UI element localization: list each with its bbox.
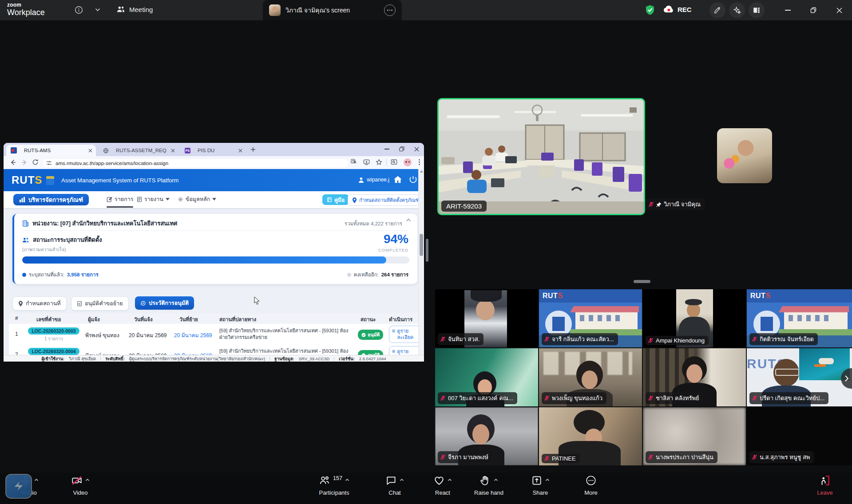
chevron-up-icon[interactable] bbox=[400, 478, 404, 482]
address-bar[interactable]: ams.rmutsv.ac.th/app-service/ams/locatio… bbox=[42, 158, 349, 168]
tab-close-icon[interactable] bbox=[88, 149, 92, 153]
site-settings-icon[interactable] bbox=[46, 160, 52, 166]
tab-meeting[interactable]: Meeting bbox=[116, 5, 153, 13]
leave-label: Leave bbox=[817, 489, 832, 496]
manual-button[interactable]: คู่มือ bbox=[322, 194, 349, 205]
participant-tile[interactable]: จันทิมา สวส. bbox=[435, 289, 538, 347]
view-layout-icon[interactable] bbox=[749, 2, 765, 18]
nav-tab-master-data[interactable]: ข้อมูลหลัก bbox=[178, 195, 216, 204]
participant-tile[interactable]: RUTS ปรีดา เกิดสุข คณะวิทย์ป... bbox=[747, 348, 852, 406]
gallery-resize-handle[interactable] bbox=[634, 280, 650, 283]
security-shield-icon[interactable] bbox=[645, 4, 655, 16]
module-button[interactable]: บริหารจัดการครุภัณฑ์ bbox=[13, 194, 89, 205]
active-speaker-tile[interactable]: ARIT-59203 bbox=[437, 98, 645, 215]
home-icon[interactable] bbox=[393, 175, 403, 185]
chevron-up-icon[interactable] bbox=[448, 478, 452, 482]
browser-restore-button[interactable] bbox=[399, 146, 404, 152]
side-panel-search-icon[interactable] bbox=[391, 159, 397, 165]
collapse-chevron-icon[interactable] bbox=[406, 218, 411, 222]
pis-favicon: PS bbox=[185, 148, 190, 154]
tab-close-icon[interactable] bbox=[238, 149, 242, 153]
participant-tile[interactable]: ชาลิสา คลังทรัพย์ bbox=[643, 348, 746, 406]
share-button[interactable]: Share bbox=[521, 475, 560, 496]
participant-tile[interactable]: Ampai Khiendoung bbox=[643, 289, 746, 347]
participants-button[interactable]: 157 Participants bbox=[306, 475, 362, 496]
ruts-favicon bbox=[11, 147, 17, 154]
participant-name-label: พวงเพ็ญ ขุนทองแก้ว bbox=[542, 392, 606, 404]
chevron-up-icon[interactable] bbox=[345, 478, 349, 482]
participant-tile[interactable]: จีรภา มานพพงษ์ bbox=[435, 407, 538, 465]
annotate-pencil-icon[interactable] bbox=[709, 2, 725, 18]
bookmark-star-icon[interactable] bbox=[376, 159, 382, 165]
move-date: 20 มีนาคม 2569 bbox=[174, 331, 212, 339]
forward-icon[interactable] bbox=[21, 159, 28, 166]
nav-tab-report[interactable]: รายงาน bbox=[137, 195, 170, 204]
request-number-badge[interactable]: LOC-20260320-0003 bbox=[28, 327, 79, 335]
participant-avatar bbox=[717, 128, 772, 183]
participant-tile[interactable]: นางพรประภา ปานสีนุ่น bbox=[643, 407, 746, 465]
chevron-right-icon bbox=[844, 375, 849, 382]
reload-icon[interactable] bbox=[32, 159, 39, 165]
table-row[interactable]: 1 LOC-20260320-0003 1 รายการ พีรพงษ์ ขุน… bbox=[9, 324, 419, 345]
muted-mic-icon bbox=[544, 336, 550, 342]
scrollbar-thumb[interactable] bbox=[420, 234, 423, 256]
heart-react-icon bbox=[433, 475, 445, 486]
browser-minimize-button[interactable] bbox=[384, 149, 389, 150]
participant-tile[interactable]: PATINEE bbox=[539, 407, 642, 465]
page-scrollbar[interactable] bbox=[418, 169, 424, 362]
more-button[interactable]: More bbox=[571, 475, 610, 496]
chevron-up-icon[interactable] bbox=[494, 478, 498, 482]
chevron-up-icon[interactable] bbox=[34, 478, 39, 482]
browser-tab-assetm-req[interactable]: RUTS-ASSETM_REQ bbox=[99, 145, 178, 156]
recording-indicator[interactable]: REC bbox=[663, 5, 692, 14]
set-location-button[interactable]: กำหนดสถานที่ bbox=[12, 296, 67, 311]
window-restore-button[interactable] bbox=[808, 5, 819, 16]
participant-tile[interactable]: RUTS จารี กลิ่นแก้ว คณะสัตว... bbox=[539, 289, 642, 347]
react-button[interactable]: React bbox=[423, 475, 462, 496]
tab-shared-screen[interactable]: วิภาณี จามิคุณ's screen bbox=[263, 0, 402, 20]
install-app-icon[interactable] bbox=[363, 159, 370, 165]
ai-companion-icon[interactable] bbox=[729, 2, 745, 18]
browser-tab-ruts-ams[interactable]: RUTS-AMS bbox=[6, 145, 96, 156]
tab-more-options-icon[interactable] bbox=[384, 4, 396, 16]
chevron-down-icon[interactable] bbox=[95, 8, 100, 12]
browser-close-button[interactable] bbox=[414, 147, 419, 152]
raise-hand-button[interactable]: Raise hand bbox=[464, 475, 513, 496]
browser-tab-pis-du[interactable]: PS PIS DU bbox=[180, 145, 246, 156]
back-icon[interactable] bbox=[9, 159, 16, 166]
new-tab-icon[interactable] bbox=[250, 147, 256, 152]
statusbar-role: ผู้ดูแลระบบบริหารจัดการครุภัณฑ์ระดับหน่ว… bbox=[129, 355, 266, 362]
leave-button[interactable]: Leave bbox=[805, 475, 844, 496]
url-text: ams.rmutsv.ac.th/app-service/ams/locatio… bbox=[55, 161, 168, 166]
participant-tile[interactable]: น.ส.สุภาพร หนูชู สพ bbox=[747, 407, 852, 465]
muted-mic-icon bbox=[440, 395, 446, 401]
participant-tile[interactable]: พวงเพ็ญ ขุนทองแก้ว bbox=[539, 348, 642, 406]
chevron-up-icon[interactable] bbox=[545, 478, 550, 482]
view-details-button[interactable]: ดูรายละเอียด bbox=[389, 326, 421, 343]
approval-history-button[interactable]: ประวัติการอนุมัติ bbox=[135, 296, 194, 310]
scroll-up-icon[interactable] bbox=[420, 170, 423, 173]
participant-tile[interactable]: RUTS กิตติวรรณ จันทร์เอียด bbox=[747, 289, 852, 347]
chevron-up-icon[interactable] bbox=[85, 478, 90, 482]
profile-avatar[interactable] bbox=[404, 158, 412, 166]
progress-track bbox=[22, 256, 409, 264]
request-number-badge[interactable]: LOC-20260320-0004 bbox=[28, 348, 79, 355]
tab-close-icon[interactable] bbox=[171, 149, 175, 153]
video-button[interactable]: Video bbox=[60, 475, 101, 496]
participant-tile[interactable]: 007 วิยะดา แสงวงค์ คณ... bbox=[435, 348, 538, 406]
meeting-info-icon[interactable] bbox=[75, 6, 83, 14]
browser-menu-icon[interactable] bbox=[416, 159, 422, 165]
window-close-button[interactable] bbox=[834, 5, 844, 16]
approve-move-button[interactable]: อนุมัติคำขอย้าย bbox=[71, 296, 129, 311]
ruts-banner-logo: RUTS bbox=[750, 292, 771, 300]
nav-tab-list[interactable]: รายการ bbox=[107, 195, 133, 204]
window-minimize-button[interactable] bbox=[782, 5, 793, 16]
logout-power-icon[interactable] bbox=[408, 175, 418, 184]
pinned-participant-tile[interactable]: วิภาณี จามิคุณ bbox=[643, 98, 852, 213]
translate-icon[interactable] bbox=[351, 159, 357, 165]
chat-button[interactable]: Chat bbox=[375, 475, 414, 496]
panel-resize-handle[interactable] bbox=[426, 239, 428, 262]
assign-location-button[interactable]: กำหนดสถานที่ติดตั้งครุภัณฑ์ bbox=[348, 194, 424, 206]
approve-doc-icon bbox=[77, 301, 82, 307]
user-menu[interactable]: wipanee.j bbox=[358, 177, 389, 183]
